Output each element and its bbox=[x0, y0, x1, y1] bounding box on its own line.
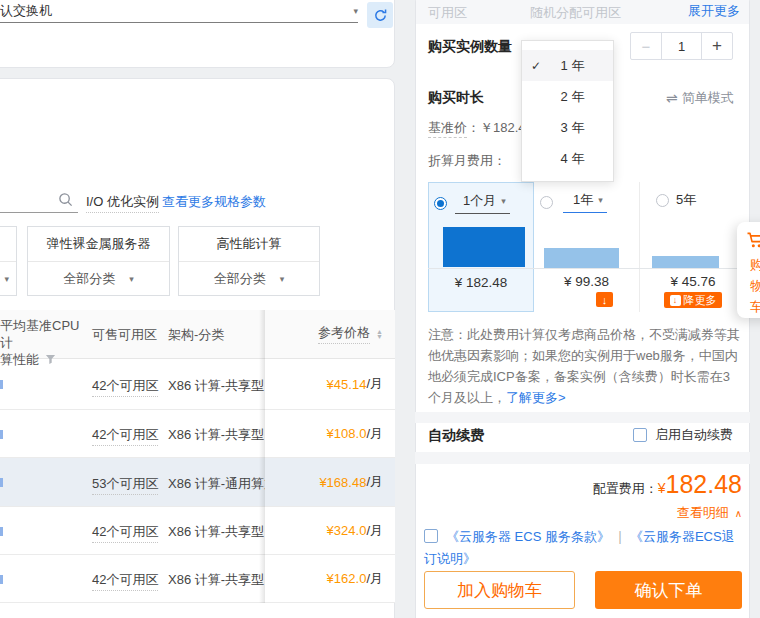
filter-card-select[interactable]: 全部分类 ▾ bbox=[179, 262, 319, 296]
radio-checked-icon[interactable] bbox=[434, 197, 447, 210]
col-header-zones: 可售可用区 bbox=[92, 326, 157, 344]
row-price: ¥ 108.0/月 bbox=[265, 410, 395, 458]
plan-option-1month[interactable]: 1个月 ▾ ¥ 182.48 bbox=[428, 182, 534, 312]
refresh-button[interactable] bbox=[367, 2, 393, 28]
arrow-down-icon: ↓ bbox=[602, 294, 608, 306]
cart-float-tab[interactable]: 购物车 bbox=[737, 222, 760, 318]
total-value: 182.48 bbox=[666, 470, 742, 499]
io-optimized-label: I/O 优化实例 bbox=[86, 193, 159, 213]
base-price-row: 基准价：￥182.48 bbox=[428, 119, 533, 137]
view-detail-link[interactable]: 查看明细 ∧ bbox=[428, 504, 742, 522]
row-arch: X86 计算-共享型 bbox=[168, 523, 264, 541]
filter-card-title: 弹性裸金属服务器 bbox=[47, 235, 151, 253]
row-arch: X86 计算-共享型 bbox=[168, 571, 264, 589]
duration-option-2year[interactable]: 2 年 bbox=[522, 81, 613, 112]
chevron-down-icon: ▾ bbox=[353, 6, 358, 16]
row-price: ¥ 162.0/月 bbox=[265, 555, 395, 603]
quantity-increase-button[interactable]: + bbox=[701, 33, 732, 59]
terms-link-ecs[interactable]: 《云服务器 ECS 服务条款》 bbox=[446, 529, 610, 544]
chevron-down-icon: ▾ bbox=[501, 196, 506, 206]
duration-option-3year[interactable]: 3 年 bbox=[522, 112, 613, 143]
checkbox-unchecked-icon[interactable] bbox=[633, 428, 647, 442]
plan-option-5year[interactable]: 5年 ¥ 45.76 ↓ 降更多 bbox=[640, 182, 746, 312]
plan-price: ¥ 99.38 bbox=[534, 274, 639, 289]
more-specs-link[interactable]: 查看更多规格参数 bbox=[162, 193, 266, 211]
row-link-fragment[interactable] bbox=[0, 478, 3, 487]
learn-more-link[interactable]: 了解更多> bbox=[506, 390, 566, 405]
simple-mode-toggle[interactable]: ⇌ 简单模式 bbox=[666, 89, 734, 107]
purchase-notice: 注意：此处费用计算仅考虑商品价格，不受满减券等其他优惠因素影响；如果您的实例用于… bbox=[428, 324, 742, 408]
zone-label: 可用区 bbox=[428, 4, 467, 22]
duration-option-1year[interactable]: ✓ 1 年 bbox=[522, 50, 613, 81]
row-zones[interactable]: 53个可用区 bbox=[92, 475, 158, 495]
row-link-fragment[interactable] bbox=[0, 430, 3, 439]
spec-search-input[interactable] bbox=[0, 190, 78, 213]
chevron-down-icon: ▾ bbox=[280, 274, 285, 284]
col-header-arch: 架构-分类 bbox=[168, 326, 224, 344]
chart-baseline bbox=[428, 268, 746, 269]
confirm-order-button[interactable]: 确认下单 bbox=[595, 571, 742, 609]
plan-duration-select[interactable]: 1年 ▾ bbox=[563, 191, 607, 213]
section-divider bbox=[415, 412, 750, 423]
row-arch: X86 计算-共享型 bbox=[168, 377, 264, 395]
swap-icon: ⇌ bbox=[666, 90, 678, 106]
sort-icon[interactable]: ▲▼ bbox=[376, 329, 383, 339]
row-zones[interactable]: 42个可用区 bbox=[92, 523, 158, 543]
filter-card-value: 全部分类 bbox=[214, 270, 266, 288]
row-zones[interactable]: 42个可用区 bbox=[92, 571, 158, 591]
discount-badge: ↓ bbox=[596, 292, 613, 307]
expand-more-link[interactable]: 展开更多 bbox=[688, 2, 740, 20]
price-bar bbox=[544, 248, 619, 268]
col-header-price[interactable]: 参考价格 ▲▼ bbox=[265, 310, 395, 359]
cart-tab-label: 购物车 bbox=[750, 254, 760, 317]
chevron-down-icon: ▾ bbox=[129, 274, 134, 284]
duration-dropdown: ✓ 1 年 2 年 3 年 4 年 bbox=[521, 40, 614, 182]
vswitch-select[interactable]: 认交换机 ▾ bbox=[0, 0, 358, 23]
base-price-label: 基准价 bbox=[428, 120, 467, 138]
row-link-fragment[interactable] bbox=[0, 380, 3, 389]
section-divider bbox=[415, 452, 750, 464]
row-zones[interactable]: 42个可用区 bbox=[92, 426, 158, 446]
filter-card-partial[interactable]: ▾ bbox=[0, 226, 17, 296]
auto-renew-option[interactable]: 启用自动续费 bbox=[633, 426, 733, 444]
plan-duration-label: 5年 bbox=[676, 191, 696, 209]
filter-card-hpc[interactable]: 高性能计算 全部分类 ▾ bbox=[178, 226, 320, 296]
plan-price: ¥ 45.76 bbox=[640, 274, 746, 289]
row-link-fragment[interactable] bbox=[0, 575, 3, 584]
arrow-down-icon: ↓ bbox=[670, 295, 681, 306]
zone-value: 随机分配可用区 bbox=[530, 4, 621, 22]
plan-price: ¥ 182.48 bbox=[429, 275, 533, 290]
ecs-purchase-page: 认交换机 ▾ I/O 优化实例 查看更多规格参数 ▾ 弹性裸金属服务器 全部分类… bbox=[0, 0, 760, 618]
duration-option-4year[interactable]: 4 年 bbox=[522, 143, 613, 174]
auto-renew-checkbox-label: 启用自动续费 bbox=[655, 426, 733, 444]
quantity-input[interactable]: 1 bbox=[662, 39, 701, 54]
quantity-label: 购买实例数量 bbox=[428, 38, 512, 56]
auto-renew-label: 自动续费 bbox=[428, 427, 484, 445]
price-bar bbox=[443, 227, 525, 267]
total-currency: ¥ bbox=[658, 480, 666, 496]
vswitch-value: 认交换机 bbox=[0, 2, 52, 20]
total-label: 配置费用： bbox=[593, 480, 658, 498]
filter-card-title: 高性能计算 bbox=[217, 235, 282, 253]
terms-checkbox[interactable] bbox=[424, 529, 438, 543]
discount-more-badge: ↓ 降更多 bbox=[664, 292, 722, 308]
duration-label: 购买时长 bbox=[428, 89, 484, 107]
plan-option-1year[interactable]: 1年 ▾ ¥ 99.38 ↓ bbox=[534, 182, 640, 312]
row-zones[interactable]: 42个可用区 bbox=[92, 377, 158, 397]
monthly-fee-label: 折算月费用： bbox=[428, 152, 506, 170]
row-arch: X86 计算-共享型 bbox=[168, 426, 264, 444]
add-to-cart-button[interactable]: 加入购物车 bbox=[424, 571, 575, 609]
radio-unchecked-icon[interactable] bbox=[656, 194, 669, 207]
quantity-stepper[interactable]: − 1 + bbox=[630, 32, 733, 60]
chevron-down-icon: ▾ bbox=[598, 195, 603, 205]
row-link-fragment[interactable] bbox=[0, 527, 3, 536]
simple-mode-label: 简单模式 bbox=[682, 89, 734, 107]
quantity-decrease-button[interactable]: − bbox=[631, 33, 662, 59]
filter-card-select[interactable]: 全部分类 ▾ bbox=[28, 262, 169, 296]
row-price: ¥ 324.0/月 bbox=[265, 507, 395, 555]
radio-unchecked-icon[interactable] bbox=[540, 196, 553, 209]
plan-duration-select[interactable]: 1个月 ▾ bbox=[455, 192, 510, 214]
price-bar bbox=[652, 256, 719, 268]
filter-card-baremetal[interactable]: 弹性裸金属服务器 全部分类 ▾ bbox=[27, 226, 170, 296]
chevron-down-icon: ▾ bbox=[4, 274, 9, 284]
